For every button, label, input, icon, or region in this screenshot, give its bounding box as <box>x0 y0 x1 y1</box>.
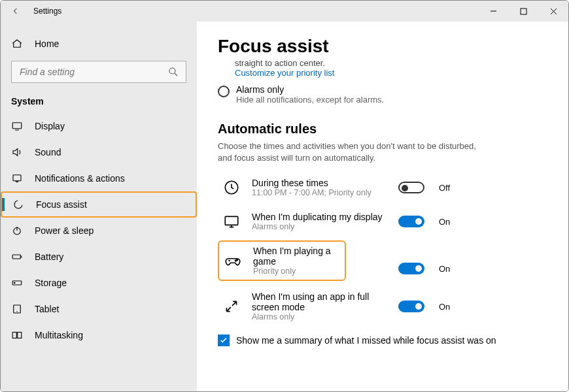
rule-toggle[interactable] <box>398 301 424 312</box>
svg-rect-17 <box>12 333 16 338</box>
customize-priority-link[interactable]: Customize your priority list <box>235 68 547 78</box>
search-icon <box>167 66 179 78</box>
sidebar-item-multitasking[interactable]: Multitasking <box>1 322 197 348</box>
svg-line-5 <box>175 73 177 76</box>
svg-rect-18 <box>18 333 22 338</box>
automatic-rules-heading: Automatic rules <box>218 122 547 137</box>
rule-title: When I'm playing a game <box>253 246 338 267</box>
sidebar-item-sound[interactable]: Sound <box>1 139 197 165</box>
clock-icon <box>220 176 243 199</box>
monitor-icon <box>220 210 243 233</box>
rule-state: Off <box>439 183 450 193</box>
rule-during-times[interactable]: During these times 11:00 PM - 7:00 AM; P… <box>218 172 547 203</box>
rule-title: During these times <box>252 178 389 188</box>
svg-point-24 <box>237 259 238 261</box>
search-field[interactable] <box>18 66 167 78</box>
rule-subtitle: 11:00 PM - 7:00 AM; Priority only <box>252 188 389 197</box>
sidebar-item-label: Focus assist <box>36 199 87 210</box>
alarms-only-radio[interactable]: Alarms only Hide all notifications, exce… <box>218 84 547 105</box>
sidebar-item-label: Notifications & actions <box>35 173 125 184</box>
svg-rect-11 <box>12 255 20 259</box>
rule-toggle[interactable] <box>398 216 424 227</box>
rule-title: When I'm using an app in full screen mod… <box>252 291 389 312</box>
notifications-icon <box>11 172 23 184</box>
svg-rect-8 <box>13 175 21 181</box>
rule-state: On <box>439 302 450 312</box>
sidebar-item-storage[interactable]: Storage <box>1 270 197 296</box>
radio-icon <box>218 86 230 97</box>
tablet-icon <box>11 303 23 315</box>
storage-icon <box>11 277 23 289</box>
battery-icon <box>11 251 23 263</box>
sidebar-item-display[interactable]: Display <box>1 113 197 139</box>
sidebar-item-focus-assist[interactable]: Focus assist <box>1 191 197 218</box>
sidebar-item-label: Power & sleep <box>35 225 94 236</box>
rule-fullscreen-app[interactable]: When I'm using an app in full screen mod… <box>218 287 547 325</box>
sidebar-item-battery[interactable]: Battery <box>1 244 197 270</box>
gamepad-icon <box>222 250 244 272</box>
sidebar-item-power[interactable]: Power & sleep <box>1 218 197 244</box>
power-icon <box>11 225 23 237</box>
sidebar-item-label: Home <box>35 39 59 49</box>
rule-state: On <box>439 264 450 274</box>
sound-icon <box>11 146 23 158</box>
svg-rect-6 <box>12 123 22 129</box>
rule-subtitle: Alarms only <box>252 222 389 231</box>
rule-subtitle: Priority only <box>253 267 338 276</box>
minimize-button[interactable] <box>478 1 508 22</box>
rule-subtitle: Alarms only <box>252 312 389 321</box>
sidebar-item-label: Sound <box>35 147 61 157</box>
sidebar-item-label: Storage <box>35 278 67 288</box>
checkbox-label: Show me a summary of what I missed while… <box>236 335 496 346</box>
summary-checkbox[interactable]: Show me a summary of what I missed while… <box>218 335 547 346</box>
search-input[interactable] <box>11 61 186 83</box>
radio-description: Hide all notifications, except for alarm… <box>236 95 384 105</box>
rule-state: On <box>439 217 450 227</box>
radio-label: Alarms only <box>236 84 384 95</box>
checkbox-icon <box>218 335 230 346</box>
sidebar-item-label: Display <box>35 121 65 131</box>
focus-assist-icon <box>12 199 24 210</box>
sidebar-item-label: Multitasking <box>35 330 83 340</box>
close-button[interactable] <box>538 1 568 22</box>
rule-toggle[interactable] <box>398 182 424 193</box>
fullscreen-icon <box>220 295 243 318</box>
sidebar-item-notifications[interactable]: Notifications & actions <box>1 165 197 191</box>
sidebar-section-system: System <box>1 92 197 113</box>
titlebar: Settings <box>1 1 568 22</box>
sidebar-item-label: Tablet <box>35 304 59 314</box>
rule-duplicating-display[interactable]: When I'm duplicating my display Alarms o… <box>218 206 547 237</box>
multitasking-icon <box>11 329 23 341</box>
main-content: Focus assist straight to action center. … <box>197 22 568 391</box>
svg-point-14 <box>14 282 16 284</box>
sidebar-item-tablet[interactable]: Tablet <box>1 296 197 322</box>
display-icon <box>11 120 23 132</box>
truncated-snippet: straight to action center. <box>235 58 547 68</box>
window-title: Settings <box>33 7 478 16</box>
automatic-rules-description: Choose the times and activities when you… <box>218 140 492 163</box>
svg-rect-20 <box>225 217 238 225</box>
rule-toggle-game[interactable] <box>398 263 424 274</box>
svg-rect-1 <box>521 8 526 14</box>
svg-point-4 <box>169 68 175 74</box>
sidebar: Home System Display Sound <box>1 22 197 391</box>
rule-playing-game[interactable]: When I'm playing a game Priority only <box>218 240 346 281</box>
home-icon <box>11 38 23 50</box>
maximize-button[interactable] <box>508 1 538 22</box>
rule-title: When I'm duplicating my display <box>252 212 389 222</box>
sidebar-item-home[interactable]: Home <box>1 31 197 57</box>
back-button[interactable] <box>1 1 31 22</box>
page-title: Focus assist <box>218 36 547 57</box>
sidebar-item-label: Battery <box>35 252 63 262</box>
